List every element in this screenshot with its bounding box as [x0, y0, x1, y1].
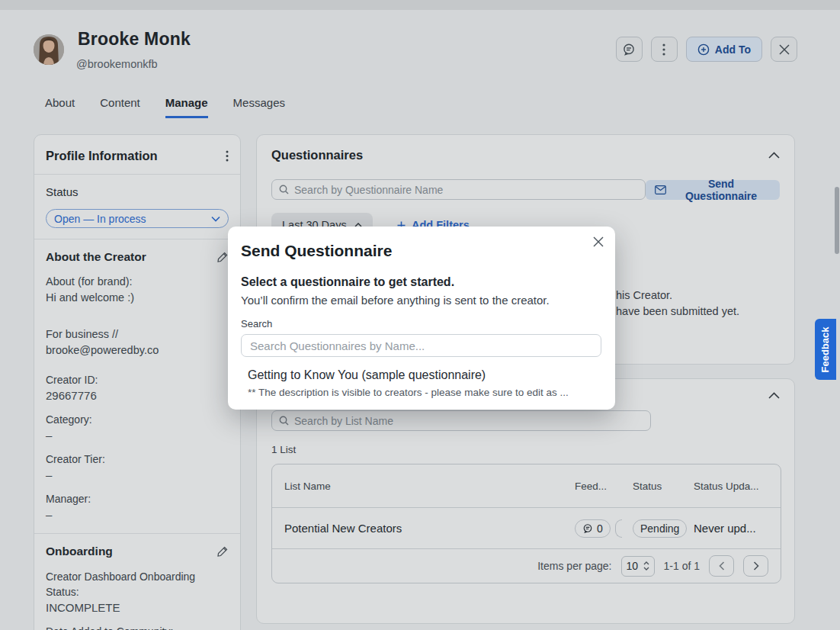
- scrollbar-thumb[interactable]: [835, 187, 839, 254]
- modal-title: Send Questionnaire: [241, 242, 602, 260]
- feedback-tab[interactable]: Feedback: [815, 319, 836, 380]
- modal-body-text: You’ll confirm the email before anything…: [241, 294, 602, 307]
- modal-subtitle: Select a questionnaire to get started.: [241, 275, 602, 289]
- questionnaire-item-description: ** The description is visible to creator…: [248, 387, 595, 398]
- modal-search-input[interactable]: [241, 334, 601, 357]
- send-questionnaire-modal: Send Questionnaire Select a questionnair…: [228, 227, 615, 410]
- creator-profile-page: Brooke Monk @brookemonkfb: [0, 0, 840, 630]
- modal-close-button[interactable]: [593, 236, 604, 247]
- feedback-tab-label: Feedback: [820, 326, 832, 372]
- questionnaire-list-item[interactable]: Getting to Know You (sample questionnair…: [241, 368, 602, 398]
- modal-search-label: Search: [241, 318, 602, 329]
- questionnaire-item-title: Getting to Know You (sample questionnair…: [248, 368, 595, 382]
